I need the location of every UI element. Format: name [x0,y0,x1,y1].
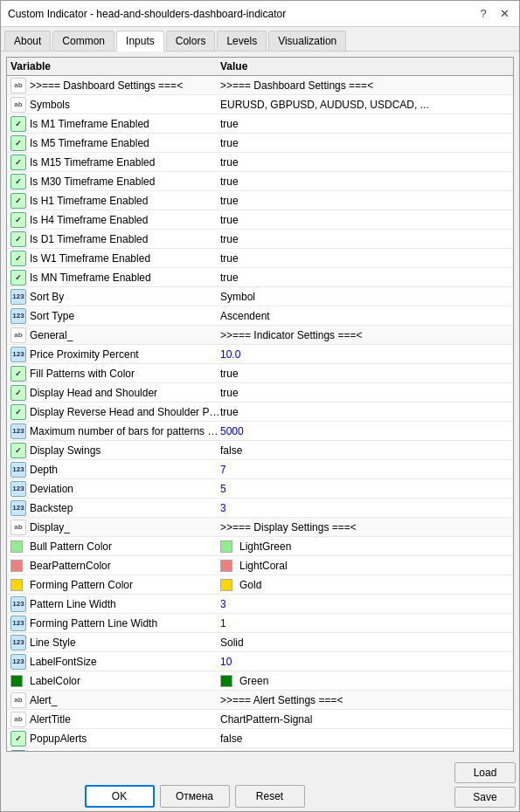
table-row[interactable]: ✓Is MN Timeframe Enabledtrue [7,268,513,287]
table-row[interactable]: 123Price Proximity Percent10.0 [7,345,513,364]
row-value: true [220,387,510,399]
row-value: true [220,214,510,226]
row-icon-bool: ✓ [10,231,26,247]
table-row[interactable]: ✓Is M1 Timeframe Enabledtrue [7,114,513,134]
table-row[interactable]: 123LabelFontSize10 [7,652,513,671]
tab-colors[interactable]: Colors [166,31,216,51]
row-label: Is H4 Timeframe Enabled [30,214,220,226]
row-value: 7 [220,464,510,476]
row-label: LabelColor [30,675,220,687]
row-label: Sort By [30,291,220,303]
table-body: ab>>=== Dashboard Settings ===<>>=== Das… [7,76,513,752]
table-row[interactable]: ✓Is M30 Timeframe Enabledtrue [7,172,513,191]
tab-about[interactable]: About [4,31,51,51]
row-icon-colorpick [10,539,26,554]
row-icon-colorpick [10,673,26,689]
row-label: Maximum number of bars for patterns se..… [30,425,220,437]
row-value: 3 [220,598,510,610]
row-icon-num: 123 [10,635,26,650]
table-row[interactable]: ✓Is H4 Timeframe Enabledtrue [7,210,513,230]
help-button[interactable]: ? [475,6,491,22]
close-button[interactable]: ✕ [496,6,512,22]
table-row[interactable]: 123Forming Pattern Line Width1 [7,614,513,633]
table-row[interactable]: abAlert_>>=== Alert Settings ===< [7,691,513,710]
row-value: 5000 [220,425,510,437]
table-row[interactable]: ✓PopupAlertsfalse [7,729,513,748]
color-swatch [220,675,232,687]
save-button[interactable]: Save [454,787,516,808]
tab-visualization[interactable]: Visualization [268,31,346,51]
table-row[interactable]: abSymbolsEURUSD, GBPUSD, AUDUSD, USDCAD,… [7,95,513,114]
table-row[interactable]: 123Pattern Line Width3 [7,595,513,614]
table-row[interactable]: abAlertTitleChartPattern-Signal [7,710,513,729]
tab-common[interactable]: Common [52,31,114,51]
row-icon-num: 123 [10,500,26,516]
row-label: Display Reverse Head and Shoulder Pat... [30,406,220,418]
row-value: >>=== Display Settings ===< [220,521,510,533]
row-value: true [220,118,510,130]
row-value: Ascendent [220,310,510,322]
table-row[interactable]: ✓Is M5 Timeframe Enabledtrue [7,134,513,153]
row-value: false [220,733,510,745]
row-value: Green [220,675,510,687]
row-label: Is M30 Timeframe Enabled [30,175,220,188]
table-row[interactable]: Forming Pattern ColorGold [7,575,513,595]
row-icon-bool: ✓ [10,385,26,401]
table-row[interactable]: Bull Pattern ColorLightGreen [7,537,513,556]
row-value: true [220,175,510,188]
table-row[interactable]: abDisplay_>>=== Display Settings ===< [7,518,513,537]
table-row[interactable]: ✓Is H1 Timeframe Enabledtrue [7,191,513,210]
table-row[interactable]: LabelColorGreen [7,671,513,691]
row-label: PopupAlerts [30,733,220,745]
table-row[interactable]: abGeneral_>>=== Indicator Settings ===< [7,326,513,345]
table-row[interactable]: ✓Display Swingsfalse [7,441,513,460]
row-icon-bool: ✓ [10,750,26,753]
table-row[interactable]: ✓Is M15 Timeframe Enabledtrue [7,153,513,172]
table-row[interactable]: 123Sort TypeAscendent [7,306,513,326]
table-row[interactable]: 123Deviation5 [7,479,513,499]
row-icon-ab: ab [10,692,26,708]
row-icon-ab: ab [10,712,26,727]
table-row[interactable]: ✓Is D1 Timeframe Enabledtrue [7,230,513,249]
table-row[interactable]: 123Sort BySymbol [7,287,513,306]
table-row[interactable]: ✓Display Head and Shouldertrue [7,383,513,403]
table-row[interactable]: 123Depth7 [7,460,513,479]
row-label: Line Style [30,637,220,649]
row-label: Is M1 Timeframe Enabled [30,118,220,130]
bottom-area: OK Отмена Reset Load Save [1,757,519,811]
tab-inputs[interactable]: Inputs [116,31,164,52]
row-label: Forming Pattern Line Width [30,617,220,630]
table-row[interactable]: 123Maximum number of bars for patterns s… [7,422,513,441]
row-label: Price Proximity Percent [30,348,220,361]
table-row[interactable]: ✓Fill Patterns with Colortrue [7,364,513,383]
row-icon-num: 123 [10,347,26,362]
table-row[interactable]: 123Line StyleSolid [7,633,513,652]
col-variable-header: Variable [10,60,220,72]
table-row[interactable]: ab>>=== Dashboard Settings ===<>>=== Das… [7,76,513,95]
row-label: Sort Type [30,310,220,322]
table-row[interactable]: ✓EmailAlertsfalse [7,748,513,752]
row-value: true [220,252,510,265]
table-row[interactable]: ✓Display Reverse Head and Shoulder Pat..… [7,403,513,422]
row-icon-num: 123 [10,616,26,631]
cancel-button[interactable]: Отмена [160,785,230,808]
row-icon-bool: ✓ [10,174,26,189]
row-value: ChartPattern-Signal [220,713,510,726]
row-label: >>=== Dashboard Settings ===< [30,79,220,92]
table-row[interactable]: BearPatternColorLightCoral [7,556,513,575]
row-icon-num: 123 [10,481,26,497]
table-row[interactable]: 123Backstep3 [7,499,513,518]
ok-button[interactable]: OK [85,785,155,808]
row-icon-num: 123 [10,308,26,324]
col-value-header: Value [220,60,510,72]
row-value: 10.0 [220,348,510,361]
main-content: Variable Value ab>>=== Dashboard Setting… [1,52,519,757]
load-button[interactable]: Load [454,762,516,783]
table-container[interactable]: Variable Value ab>>=== Dashboard Setting… [6,57,514,752]
row-value: true [220,156,510,169]
table-row[interactable]: ✓Is W1 Timeframe Enabledtrue [7,249,513,268]
row-label: Fill Patterns with Color [30,368,220,380]
tab-levels[interactable]: Levels [217,31,267,51]
row-value: 10 [220,656,510,668]
reset-button[interactable]: Reset [235,785,305,808]
